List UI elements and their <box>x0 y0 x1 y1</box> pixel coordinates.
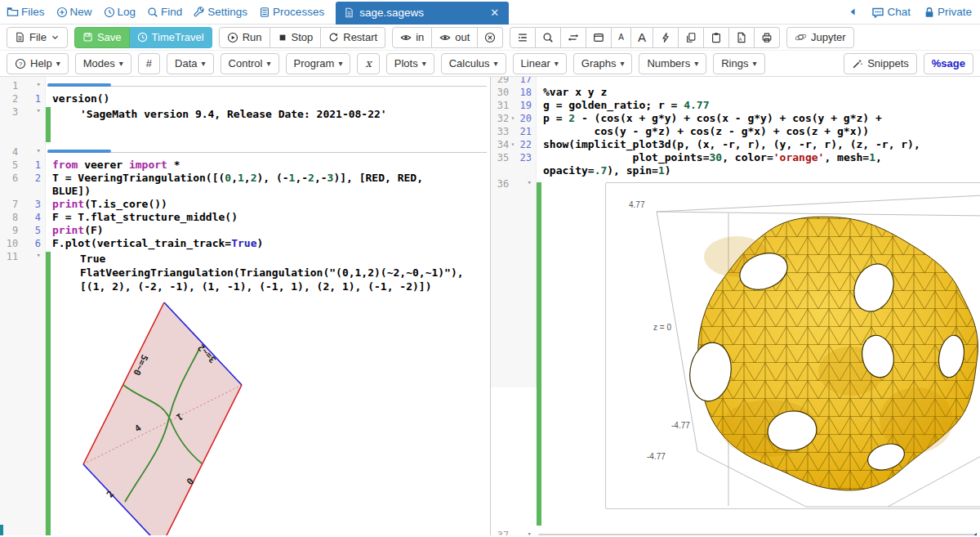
cell-divider[interactable] <box>537 529 980 535</box>
editor-row: 4▾ <box>0 145 490 159</box>
editor-row: 3018%var x y z <box>491 86 980 99</box>
cell-caret-icon[interactable]: ▾ <box>25 106 46 118</box>
decrease-font-button[interactable]: A <box>612 27 631 48</box>
menu-new[interactable]: New <box>56 6 92 18</box>
jupyter-button[interactable]: Jupyter <box>786 27 854 48</box>
menu2-modes[interactable]: Modes▾ <box>75 53 131 74</box>
cell-divider[interactable] <box>46 145 490 159</box>
cell-caret-icon[interactable]: ▾ <box>25 80 46 92</box>
action-toolbar: File Save TimeTravel Run Stop <box>0 25 980 51</box>
cell-line-number: 4 <box>25 212 46 223</box>
menu-processes[interactable]: Processes <box>259 6 324 18</box>
fold-caret-icon[interactable]: ▾ <box>509 113 516 124</box>
code-line[interactable] <box>537 77 980 86</box>
code-line[interactable]: from veerer import * <box>46 159 490 172</box>
editor-panel-left[interactable]: 1▾21version()3▾'SageMath version 9.4, Re… <box>0 77 491 535</box>
toggle-output-button[interactable]: out <box>432 27 478 48</box>
axis-tick-label: z = 0 <box>653 323 671 332</box>
file-menu-label: File <box>29 31 47 43</box>
menu2-x[interactable]: x <box>357 53 379 74</box>
code-line[interactable]: F.plot(vertical_train_track=True) <box>46 237 490 250</box>
plot3d-output-box[interactable]: 4.77z = 0-4.77-4.77 <box>605 182 980 509</box>
menu-settings[interactable]: Settings <box>194 6 247 18</box>
paste-button[interactable] <box>704 27 729 48</box>
code-line[interactable]: print(T.is_core()) <box>46 198 490 211</box>
code-line[interactable]: F = T.flat_structure_middle() <box>46 211 490 224</box>
menu2-help[interactable]: Help▾ <box>7 53 69 74</box>
stop-button[interactable]: Stop <box>270 27 322 48</box>
output-block[interactable]: 'SageMath version 9.4, Release Date: 202… <box>46 107 490 142</box>
search-icon <box>542 32 554 43</box>
menu2-label: Plots <box>394 57 418 69</box>
print-button[interactable] <box>755 27 780 48</box>
collapse-chat-button[interactable] <box>848 7 858 17</box>
menu2-rings[interactable]: Rings▾ <box>713 53 764 74</box>
file-tab-sage-sagews[interactable]: sage.sagews ✕ <box>336 2 509 25</box>
editor-panel-right[interactable]: 2917 3018%var x y z3119g = golden_ratio;… <box>491 77 980 535</box>
row-content: p = 2 - (cos(x + g*y) + cos(x - g*y) + c… <box>537 112 980 125</box>
timetravel-button[interactable]: TimeTravel <box>130 27 212 48</box>
menu2-program[interactable]: Program▾ <box>286 53 351 74</box>
code-line[interactable]: cos(y - g*z) + cos(z - g*x) + cos(z + g*… <box>537 125 980 138</box>
menu2-data[interactable]: Data▾ <box>167 53 214 74</box>
menu2-calculus[interactable]: Calculus▾ <box>441 53 506 74</box>
private-button[interactable]: Private <box>924 6 972 18</box>
run-button[interactable]: Run <box>219 27 270 48</box>
export-pdf-button[interactable] <box>729 27 755 48</box>
gutter-cell: 34▾22 <box>491 138 537 150</box>
restart-button[interactable]: Restart <box>321 27 385 48</box>
menu2-graphs[interactable]: Graphs▾ <box>573 53 633 74</box>
menu2-numbers[interactable]: Numbers▾ <box>639 53 706 74</box>
delete-output-button[interactable] <box>478 27 503 48</box>
code-line[interactable]: p = 2 - (cos(x + g*y) + cos(x - g*y) + c… <box>537 112 980 125</box>
code-line[interactable]: plot_points=30, color='orange', mesh=1, <box>537 151 980 164</box>
search-button[interactable] <box>536 27 561 48</box>
switch-editor-button[interactable] <box>561 27 586 48</box>
cell-divider[interactable] <box>46 79 490 92</box>
code-line[interactable]: BLUE]) <box>46 185 490 198</box>
code-line[interactable]: g = golden_ratio; r = 4.77 <box>537 99 980 112</box>
fold-spacer <box>509 100 516 111</box>
code-line[interactable]: version() <box>46 92 490 105</box>
code-line[interactable]: opacity=.7), spin=1) <box>537 164 980 177</box>
toggle-input-button[interactable]: in <box>392 27 432 48</box>
contents-button[interactable] <box>510 27 536 48</box>
caret-down-icon: ▾ <box>422 60 426 68</box>
snippets-button[interactable]: Snippets <box>844 53 917 74</box>
cell-caret-icon[interactable]: ▾ <box>516 530 537 535</box>
window-button[interactable] <box>586 27 612 48</box>
line-number: 35 <box>491 152 509 163</box>
fold-caret-icon[interactable]: ▾ <box>509 139 516 150</box>
code-line[interactable]: show(implicit_plot3d(p, (x, -r, r), (y, … <box>537 138 980 151</box>
menu-log[interactable]: Log <box>104 6 136 18</box>
menu-find[interactable]: Find <box>147 6 182 18</box>
output-block[interactable]: 4.77z = 0-4.77-4.77 <box>537 182 980 526</box>
cell-caret-icon[interactable]: ▾ <box>25 251 46 262</box>
menu2-control[interactable]: Control▾ <box>220 53 279 74</box>
file-menu-button[interactable]: File <box>7 27 68 48</box>
gutter-cell: 36▾ <box>491 177 537 190</box>
cell-caret-icon[interactable]: ▾ <box>516 178 537 190</box>
editor-row: 37▾ <box>491 529 980 535</box>
menu-files[interactable]: Files <box>7 6 45 18</box>
chevron-down-icon <box>51 33 60 42</box>
code-line[interactable]: T = VeeringTriangulation([(0,1,2), (-1,-… <box>46 172 490 185</box>
cell-line-number: 2 <box>25 172 46 184</box>
code-line[interactable]: print(F) <box>46 224 490 237</box>
sage-mode-button[interactable]: %sage <box>924 53 973 74</box>
kill-button[interactable] <box>653 27 679 48</box>
save-button[interactable]: Save <box>74 27 130 48</box>
gutter-cell: 32▾20 <box>491 112 537 124</box>
cell-caret-icon[interactable]: ▾ <box>25 146 46 158</box>
menu2-plots[interactable]: Plots▾ <box>386 53 434 74</box>
menu2--[interactable]: # <box>138 53 160 74</box>
menu2-linear[interactable]: Linear▾ <box>513 53 567 74</box>
chat-button[interactable]: Chat <box>871 6 911 19</box>
increase-font-button[interactable]: A <box>631 27 653 48</box>
tab-close-icon[interactable]: ✕ <box>488 7 501 19</box>
copy-button[interactable] <box>679 27 704 48</box>
row-content: print(F) <box>46 224 490 237</box>
fold-spacer <box>18 93 25 105</box>
code-line[interactable]: %var x y z <box>537 86 980 99</box>
output-block[interactable]: TrueFlatVeeringTriangulation(Triangulati… <box>46 252 490 535</box>
